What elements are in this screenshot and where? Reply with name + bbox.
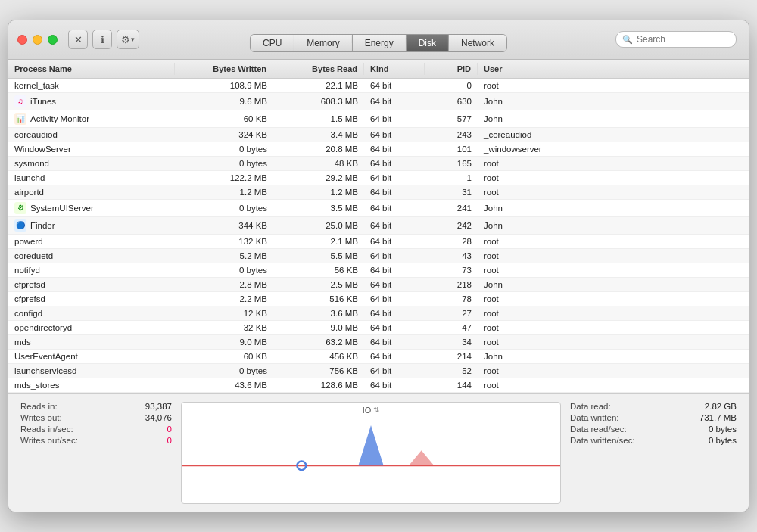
cell-process-name: coreaudiod	[8, 128, 175, 142]
cell-bytes-written: 132 KB	[175, 235, 273, 248]
cell-process-name: UserEventAgent	[8, 350, 175, 363]
cell-pid: 31	[425, 185, 478, 199]
maximize-button[interactable]	[48, 35, 58, 45]
reads-in-sec-value: 0	[126, 425, 172, 434]
table-row[interactable]: coreaudiod324 KB3.4 MB64 bit243_coreaudi…	[8, 128, 749, 142]
table-row[interactable]: cfprefsd2.2 MB516 KB64 bit78root	[8, 292, 749, 306]
close-button[interactable]	[17, 35, 27, 45]
table-row[interactable]: ⚙SystemUIServer0 bytes3.5 MB64 bit241Joh…	[8, 200, 749, 217]
table-row[interactable]: kernel_task108.9 MB22.1 MB64 bit0root	[8, 79, 749, 93]
cell-user: root	[478, 378, 749, 392]
process-name-text: opendirectoryd	[14, 323, 72, 332]
table-row[interactable]: launchd122.2 MB29.2 MB64 bit1root	[8, 171, 749, 185]
reads-in-label: Reads in:	[20, 402, 58, 411]
cell-user: root	[478, 306, 749, 320]
cell-kind: 64 bit	[364, 263, 425, 277]
table-row[interactable]: powerd132 KB2.1 MB64 bit28root	[8, 235, 749, 249]
search-box[interactable]: 🔍	[615, 31, 737, 48]
process-name-text: launchd	[14, 173, 45, 182]
cell-bytes-read: 9.0 MB	[273, 321, 364, 334]
process-name-text: mds	[14, 338, 31, 347]
writes-out-value: 34,076	[126, 413, 172, 422]
cell-bytes-written: 60 KB	[175, 350, 273, 363]
table-row[interactable]: opendirectoryd32 KB9.0 MB64 bit47root	[8, 321, 749, 335]
table-row[interactable]: cfprefsd2.8 MB2.5 MB64 bit218John	[8, 278, 749, 292]
table-row[interactable]: mds_stores43.6 MB128.6 MB64 bit144root	[8, 378, 749, 393]
cell-process-name: notifyd	[8, 263, 175, 277]
titlebar: ✕ ℹ ⚙ ▾ Activity Monitor (All Processes)…	[8, 20, 749, 60]
cell-bytes-read: 29.2 MB	[273, 171, 364, 185]
cell-bytes-written: 5.2 MB	[175, 249, 273, 263]
col-user[interactable]: User	[478, 63, 749, 75]
cell-pid: 52	[425, 364, 478, 378]
process-icon: ⚙	[14, 202, 26, 214]
table-row[interactable]: 🔵Finder344 KB25.0 MB64 bit242John	[8, 217, 749, 235]
cell-user: root	[478, 171, 749, 185]
minimize-button[interactable]	[33, 35, 42, 45]
cell-pid: 78	[425, 292, 478, 306]
cell-bytes-written: 2.8 MB	[175, 278, 273, 291]
data-written-label: Data written:	[570, 413, 619, 422]
tab-network[interactable]: Network	[449, 35, 506, 51]
info-button[interactable]: ℹ	[92, 30, 112, 49]
cell-bytes-read: 56 KB	[273, 263, 364, 277]
tab-memory[interactable]: Memory	[294, 35, 352, 51]
col-process-name[interactable]: Process Name	[8, 63, 175, 75]
reads-in-value: 93,387	[126, 402, 172, 411]
table-row[interactable]: ♫iTunes9.6 MB608.3 MB64 bit630John	[8, 93, 749, 110]
cell-user: John	[478, 112, 749, 126]
writes-out-sec-label: Writes out/sec:	[20, 436, 78, 445]
tab-disk[interactable]: Disk	[407, 35, 449, 51]
table-row[interactable]: WindowServer0 bytes20.8 MB64 bit101_wind…	[8, 142, 749, 157]
cell-bytes-read: 3.6 MB	[273, 306, 364, 320]
cell-pid: 73	[425, 263, 478, 277]
traffic-lights	[17, 35, 58, 45]
cell-bytes-written: 9.0 MB	[175, 335, 273, 349]
process-name-text: notifyd	[14, 266, 40, 275]
process-name-text: Activity Monitor	[30, 114, 89, 123]
stop-button[interactable]: ✕	[68, 30, 88, 49]
table-row[interactable]: sysmond0 bytes48 KB64 bit165root	[8, 157, 749, 171]
cell-bytes-read: 48 KB	[273, 157, 364, 170]
cell-kind: 64 bit	[364, 350, 425, 363]
col-pid[interactable]: PID	[425, 63, 478, 75]
col-bytes-read[interactable]: Bytes Read	[273, 63, 364, 75]
process-name-text: powerd	[14, 237, 43, 246]
table-row[interactable]: notifyd0 bytes56 KB64 bit73root	[8, 263, 749, 278]
activity-monitor-window: ✕ ℹ ⚙ ▾ Activity Monitor (All Processes)…	[8, 20, 749, 512]
col-kind[interactable]: Kind	[364, 63, 425, 75]
col-bytes-written[interactable]: Bytes Written	[175, 63, 273, 75]
cell-bytes-read: 22.1 MB	[273, 79, 364, 92]
cell-process-name: launchservicesd	[8, 364, 175, 378]
cell-bytes-written: 0 bytes	[175, 263, 273, 277]
cell-kind: 64 bit	[364, 157, 425, 170]
cell-process-name: 🔵Finder	[8, 217, 175, 234]
cell-kind: 64 bit	[364, 128, 425, 142]
cell-user: _coreaudiod	[478, 128, 749, 142]
tab-cpu[interactable]: CPU	[251, 35, 294, 51]
table-row[interactable]: airportd1.2 MB1.2 MB64 bit31root	[8, 185, 749, 200]
cell-bytes-read: 5.5 MB	[273, 249, 364, 263]
cell-pid: 214	[425, 350, 478, 363]
cell-bytes-written: 60 KB	[175, 112, 273, 126]
table-row[interactable]: launchservicesd0 bytes756 KB64 bit52root	[8, 364, 749, 378]
table-row[interactable]: UserEventAgent60 KB456 KB64 bit214John	[8, 350, 749, 364]
cell-process-name: launchd	[8, 171, 175, 185]
table-row[interactable]: mds9.0 MB63.2 MB64 bit34root	[8, 335, 749, 350]
cell-pid: 241	[425, 201, 478, 215]
data-read-label: Data read:	[570, 402, 611, 411]
cell-user: root	[478, 185, 749, 199]
table-row[interactable]: configd12 KB3.6 MB64 bit27root	[8, 306, 749, 321]
data-written-sec-value: 0 bytes	[691, 436, 737, 445]
search-input[interactable]	[637, 34, 730, 45]
gear-button[interactable]: ⚙ ▾	[117, 30, 139, 49]
tab-energy[interactable]: Energy	[353, 35, 407, 51]
cell-kind: 64 bit	[364, 142, 425, 156]
cell-pid: 242	[425, 219, 478, 232]
cell-user: _windowserver	[478, 142, 749, 156]
process-icon: 🔵	[14, 219, 26, 232]
process-name-text: cfprefsd	[14, 294, 45, 303]
cell-pid: 243	[425, 128, 478, 142]
table-row[interactable]: coreduetd5.2 MB5.5 MB64 bit43root	[8, 249, 749, 263]
table-row[interactable]: 📊Activity Monitor60 KB1.5 MB64 bit577Joh…	[8, 110, 749, 128]
